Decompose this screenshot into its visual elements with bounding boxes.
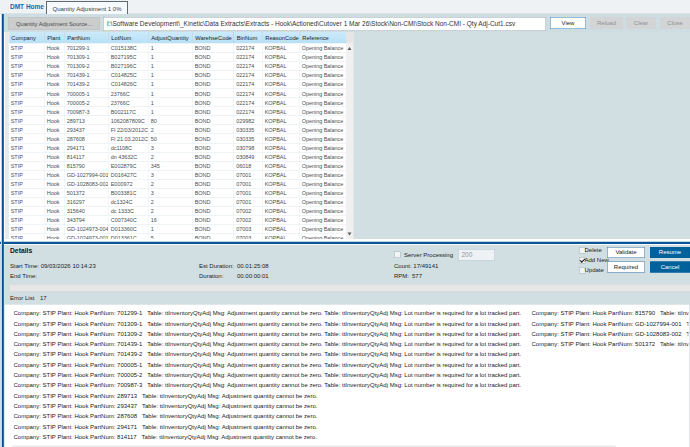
- table-row[interactable]: STIPHook294171dc1108C3BOND030798KOPBALOp…: [5, 143, 346, 152]
- col-header-company[interactable]: Company: [8, 32, 44, 44]
- clear-button[interactable]: Clear: [626, 17, 656, 29]
- source-button[interactable]: Quantity Adjustment Source...: [8, 17, 100, 30]
- error-item[interactable]: Company: STIP Plant: Hook PartNum: 29417…: [14, 421, 532, 431]
- table-row[interactable]: STIPHook701309-2B027196C1BOND022174KOPBA…: [5, 62, 346, 71]
- batch-size-input[interactable]: 200: [458, 249, 495, 261]
- table-cell: Opening Balance: [299, 116, 346, 125]
- table-cell: 022174: [234, 62, 263, 71]
- error-list-box: Company: STIP Plant: Hook PartNum: 70129…: [4, 304, 690, 447]
- table-cell: BOND: [192, 197, 234, 206]
- table-cell: KOPBAL: [262, 170, 299, 179]
- table-row[interactable]: STIPHookGD-1028083-002E0009722BOND07001K…: [5, 179, 346, 188]
- table-cell: BOND: [192, 71, 234, 80]
- table-cell: STIP: [8, 89, 44, 98]
- table-row[interactable]: STIPHook701439-2C014826C1BOND022174KOPBA…: [5, 80, 346, 89]
- table-row[interactable]: STIPHookGD-1027994-001D016427C3BOND07001…: [5, 170, 346, 179]
- error-item[interactable]: Company: STIP Plant: Hook PartNum: 70000…: [14, 359, 532, 369]
- table-row[interactable]: STIPHookGD-1024973-004D013360C1BOND07003…: [5, 224, 346, 233]
- table-row[interactable]: STIPHook501372B003381C3BOND07001KOPBALOp…: [5, 188, 346, 197]
- error-item[interactable]: Company: STIP Plant: Hook PartNum: 70000…: [14, 370, 532, 380]
- error-item[interactable]: Company: STIP Plant: Hook PartNum: 50137…: [532, 339, 689, 349]
- table-cell: Hook: [44, 125, 64, 134]
- table-row[interactable]: STIPHook701309-1B027195C1BOND022174KOPBA…: [5, 53, 346, 62]
- table-cell: B027195C: [108, 53, 148, 62]
- rpm-row: RPM:577: [394, 272, 454, 279]
- error-item[interactable]: Company: STIP Plant: Hook PartNum: 70129…: [14, 308, 532, 318]
- col-header-partnum[interactable]: PartNum: [64, 32, 108, 44]
- table-row[interactable]: STIPHook315640dc 1333C2BOND07002KOPBALOp…: [5, 206, 346, 215]
- col-header-binnum[interactable]: BinNum: [234, 32, 263, 44]
- table-cell: Opening Balance: [299, 215, 346, 224]
- grid-vertical-scrollbar[interactable]: [346, 44, 353, 240]
- error-item[interactable]: Company: STIP Plant: Hook PartNum: 29343…: [14, 401, 532, 411]
- table-cell: KOPBAL: [262, 152, 299, 161]
- scroll-up-icon[interactable]: [348, 47, 352, 50]
- col-header-reasoncode[interactable]: ReasonCode: [262, 32, 299, 44]
- error-item[interactable]: Company: STIP Plant: Hook PartNum: 28971…: [14, 390, 532, 400]
- table-cell: D016427C: [108, 170, 148, 179]
- error-item[interactable]: Company: STIP Plant: Hook PartNum: 70143…: [14, 349, 532, 359]
- error-item[interactable]: Company: STIP Plant: Hook PartNum: 70130…: [14, 329, 532, 339]
- error-item[interactable]: Company: STIP Plant: Hook PartNum: GD-10…: [532, 318, 689, 328]
- view-button[interactable]: View: [550, 17, 586, 29]
- table-cell: Opening Balance: [299, 188, 346, 197]
- table-row[interactable]: STIPHook701299-1C015138C1BOND022174KOPBA…: [5, 44, 346, 53]
- table-cell: Hook: [44, 89, 64, 98]
- table-row[interactable]: STIPHook343794C007340C16BOND07002KOPBALO…: [5, 215, 346, 224]
- table-row[interactable]: STIPHook293437FI 22/03/2012C2BOND030335K…: [5, 125, 346, 134]
- scroll-down-icon[interactable]: [348, 233, 352, 236]
- col-header-warehsecode[interactable]: WarehseCode: [192, 32, 234, 44]
- table-cell: 07002: [234, 206, 263, 215]
- table-cell: 1062087809C: [108, 116, 148, 125]
- table-row[interactable]: STIPHook287608FI 21.03.2012C50BOND030335…: [5, 134, 346, 143]
- table-cell: 022174: [234, 89, 263, 98]
- table-cell: KOPBAL: [262, 197, 299, 206]
- table-cell: KOPBAL: [262, 89, 299, 98]
- table-cell: C007340C: [108, 215, 148, 224]
- table-cell: KOPBAL: [262, 161, 299, 170]
- cancel-button[interactable]: Cancel: [650, 262, 690, 273]
- error-item[interactable]: Company: STIP Plant: Hook PartNum: 81579…: [532, 308, 689, 318]
- table-cell: FI 22/03/2012C: [108, 125, 148, 134]
- error-item[interactable]: Company: STIP Plant: Hook PartNum: 70130…: [14, 318, 532, 328]
- table-cell: STIP: [8, 197, 44, 206]
- validate-button[interactable]: Validate: [607, 247, 645, 258]
- table-row[interactable]: STIPHook316297dc1324C2BOND07001KOPBALOpe…: [5, 197, 346, 206]
- table-cell: C014825C: [108, 71, 148, 80]
- table-row[interactable]: STIPHook701439-1C014825C1BOND022174KOPBA…: [5, 71, 346, 80]
- col-header-adjustquantity[interactable]: AdjustQuantity: [148, 32, 192, 44]
- table-cell: GD-1027994-001: [64, 170, 108, 179]
- table-row[interactable]: STIPHook814117dn 43632C2BOND030849KOPBAL…: [5, 152, 346, 161]
- table-cell: 2: [148, 206, 192, 215]
- resume-button[interactable]: Resume: [650, 247, 690, 258]
- table-row[interactable]: STIPHook700005-223766C1BOND022174KOPBALO…: [5, 98, 346, 107]
- tab-bar: DMT Home Quantity Adjustment 1 0%: [0, 0, 690, 14]
- error-item[interactable]: Company: STIP Plant: Hook PartNum: 70098…: [14, 380, 532, 390]
- error-list-count: 17: [40, 294, 47, 301]
- window-left-border: [1, 14, 4, 447]
- source-path-input[interactable]: I:\Software Development\_Kinetic\Data Ex…: [103, 17, 546, 31]
- table-row[interactable]: STIPHook700005-123766C1BOND022174KOPBALO…: [5, 89, 346, 98]
- close-button[interactable]: Close: [660, 17, 690, 29]
- table-row[interactable]: STIPHook700987-3B002117C1BOND022174KOPBA…: [5, 107, 346, 116]
- table-cell: 1: [148, 98, 192, 107]
- table-cell: Opening Balance: [299, 53, 346, 62]
- col-header-reference[interactable]: Reference: [299, 32, 346, 44]
- required-button[interactable]: Required: [607, 262, 645, 273]
- col-header-lotnum[interactable]: LotNum: [108, 32, 148, 44]
- reload-button[interactable]: Reload: [590, 17, 623, 29]
- table-cell: E002879C: [108, 161, 148, 170]
- error-item[interactable]: Company: STIP Plant: Hook PartNum: 81411…: [14, 432, 532, 442]
- table-cell: STIP: [8, 188, 44, 197]
- error-item[interactable]: Company: STIP Plant: Hook PartNum: 28760…: [14, 411, 532, 421]
- error-item[interactable]: Company: STIP Plant: Hook PartNum: 70143…: [14, 339, 532, 349]
- tab-dmt-home[interactable]: DMT Home: [10, 3, 44, 11]
- table-cell: STIP: [8, 215, 44, 224]
- table-row[interactable]: STIPHook815790E002879C345BOND06018KOPBAL…: [5, 161, 346, 170]
- server-processing-checkbox[interactable]: [394, 252, 401, 259]
- tab-quantity-adjustment[interactable]: Quantity Adjustment 1 0%: [46, 1, 128, 15]
- error-item[interactable]: Company: STIP Plant: Hook PartNum: GD-10…: [532, 329, 689, 339]
- col-header-plant[interactable]: Plant: [44, 32, 64, 44]
- table-cell: BOND: [192, 125, 234, 134]
- table-row[interactable]: STIPHook2897131062087809C80BOND029982KOP…: [5, 116, 346, 125]
